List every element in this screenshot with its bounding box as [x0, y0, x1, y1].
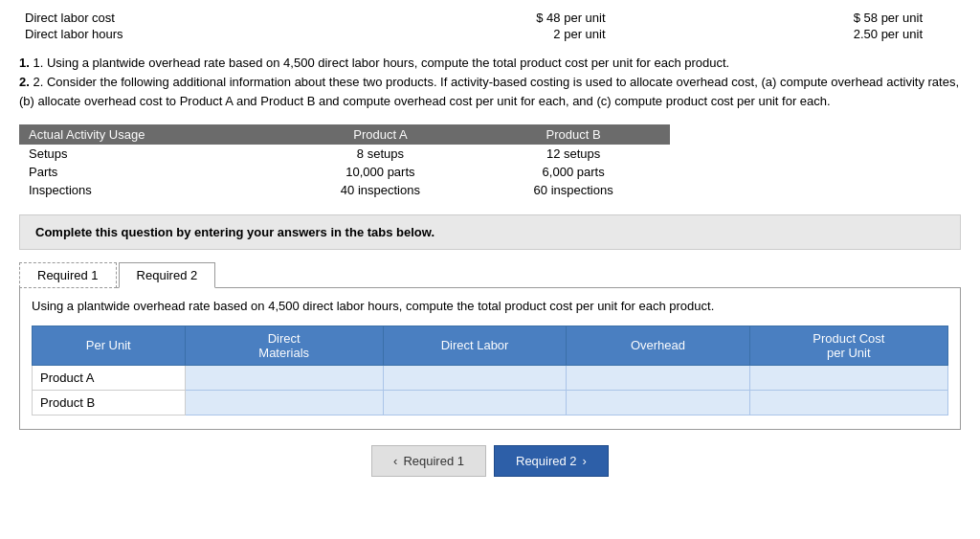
prev-arrow-icon: ‹: [393, 454, 397, 468]
intro-text: 1. 1. Using a plantwide overhead rate ba…: [19, 54, 961, 111]
label-direct-labor-cost: Direct labor cost: [19, 10, 326, 26]
product-b-overhead-input[interactable]: [567, 390, 749, 415]
prev-button[interactable]: ‹ Required 1: [371, 445, 486, 477]
activity-inspections-label: Inspections: [19, 181, 284, 199]
col-header-per-unit: Per Unit: [33, 326, 186, 365]
tab-content: Using a plantwide overhead rate based on…: [19, 288, 961, 429]
cost-table: Direct labor cost $ 48 per unit $ 58 per…: [19, 10, 961, 42]
activity-inspections-a: 40 inspections: [284, 181, 478, 199]
complete-banner: Complete this question by entering your …: [19, 214, 961, 250]
product-a-direct-materials-input[interactable]: [185, 365, 383, 390]
table-row: Direct labor cost $ 48 per unit $ 58 per…: [19, 10, 961, 26]
nav-buttons: ‹ Required 1 Required 2 ›: [19, 445, 961, 477]
activity-setups-label: Setups: [19, 145, 284, 163]
value-a-direct-labor-cost: $ 48 per unit: [326, 10, 643, 26]
table-row-product-b: Product B: [33, 390, 948, 415]
product-b-direct-labor-input[interactable]: [383, 390, 566, 415]
value-b-direct-labor-hours: 2.50 per unit: [644, 26, 961, 42]
next-arrow-icon: ›: [583, 454, 587, 468]
table-row-product-a: Product A: [33, 365, 948, 390]
product-b-label: Product B: [33, 390, 186, 415]
value-a-direct-labor-hours: 2 per unit: [326, 26, 643, 42]
activity-parts-a: 10,000 parts: [284, 163, 478, 181]
label-direct-labor-hours: Direct labor hours: [19, 26, 326, 42]
activity-header-col2: Product A: [284, 124, 478, 145]
activity-inspections-b: 60 inspections: [477, 181, 670, 199]
tab-required-2[interactable]: Required 2: [119, 262, 216, 288]
product-a-direct-labor-input[interactable]: [383, 365, 566, 390]
product-a-overhead-input[interactable]: [567, 365, 749, 390]
activity-table: Actual Activity Usage Product A Product …: [19, 124, 670, 199]
col-header-overhead: Overhead: [567, 326, 749, 365]
col-header-product-cost-per-unit: Product Costper Unit: [749, 326, 947, 365]
activity-setups-b: 12 setups: [477, 145, 670, 163]
product-b-direct-materials-input[interactable]: [185, 390, 383, 415]
table-row: Direct labor hours 2 per unit 2.50 per u…: [19, 26, 961, 42]
next-button-label: Required 2: [516, 454, 577, 468]
activity-header-col1: Actual Activity Usage: [19, 124, 284, 145]
col-header-direct-labor: Direct Labor: [383, 326, 566, 365]
next-button[interactable]: Required 2 ›: [494, 445, 609, 477]
product-a-product-cost-input[interactable]: [749, 365, 947, 390]
activity-parts-b: 6,000 parts: [477, 163, 670, 181]
product-b-product-cost-input[interactable]: [749, 390, 947, 415]
activity-parts-label: Parts: [19, 163, 284, 181]
tab-required-1[interactable]: Required 1: [19, 262, 117, 288]
table-row: Setups 8 setups 12 setups: [19, 145, 670, 163]
col-header-direct-materials: DirectMaterials: [185, 326, 383, 365]
table-row: Parts 10,000 parts 6,000 parts: [19, 163, 670, 181]
value-b-direct-labor-cost: $ 58 per unit: [644, 10, 961, 26]
required1-description: Using a plantwide overhead rate based on…: [32, 298, 948, 315]
prev-button-label: Required 1: [403, 454, 464, 468]
tabs-row: Required 1 Required 2: [19, 261, 961, 288]
product-cost-table: Per Unit DirectMaterials Direct Labor Ov…: [32, 326, 948, 415]
activity-header-col3: Product B: [477, 124, 670, 145]
activity-setups-a: 8 setups: [284, 145, 478, 163]
product-a-label: Product A: [33, 365, 186, 390]
table-row: Inspections 40 inspections 60 inspection…: [19, 181, 670, 199]
